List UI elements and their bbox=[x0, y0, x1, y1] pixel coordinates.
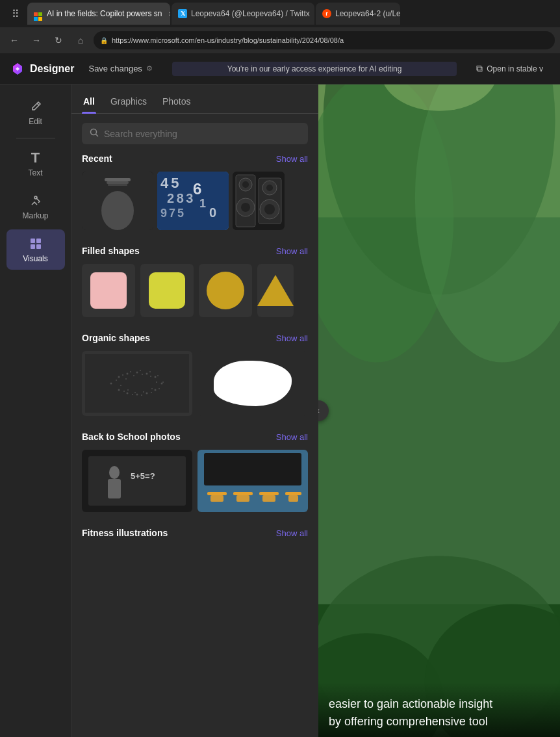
filled-shapes-show-all[interactable]: Show all bbox=[276, 246, 308, 256]
svg-point-59 bbox=[156, 381, 157, 383]
forward-button[interactable]: → bbox=[27, 31, 45, 49]
canvas-background[interactable]: easier to gain actionable insight by off… bbox=[318, 84, 560, 737]
tab-microsoft[interactable]: AI in the fields: Copilot powers sn ✕ bbox=[27, 3, 170, 25]
tab-twitter-close[interactable]: ✕ bbox=[314, 8, 314, 19]
organic-shapes-section: Organic shapes Show all bbox=[82, 333, 308, 416]
tab-photos[interactable]: Photos bbox=[161, 92, 192, 113]
hand-image bbox=[82, 172, 153, 230]
svg-point-48 bbox=[162, 381, 164, 383]
shape-yellow-rect[interactable] bbox=[140, 264, 194, 317]
browser-chrome: ⠿ AI in the fields: Copilot powers sn ✕ … bbox=[0, 0, 560, 53]
svg-point-23 bbox=[241, 203, 250, 212]
svg-rect-78 bbox=[288, 495, 298, 502]
shape-gold-circle[interactable] bbox=[199, 264, 252, 317]
recent-item-hand[interactable] bbox=[82, 172, 153, 230]
visuals-panel: All Graphics Photos bbox=[71, 84, 318, 737]
white-blob bbox=[214, 361, 292, 406]
school-photos-grid: 5+5=? bbox=[82, 450, 308, 512]
yellow-rectangle bbox=[149, 272, 185, 309]
svg-rect-72 bbox=[233, 492, 253, 495]
reddit-favicon: r bbox=[322, 9, 331, 18]
organic-shapes-title: Organic shapes bbox=[82, 333, 150, 343]
svg-point-57 bbox=[142, 374, 143, 375]
sidebar-item-markup[interactable]: Markup bbox=[6, 187, 65, 227]
svg-rect-70 bbox=[204, 453, 301, 485]
svg-point-53 bbox=[123, 391, 125, 392]
recent-item-speakers[interactable] bbox=[233, 172, 285, 230]
tab-all[interactable]: All bbox=[82, 92, 96, 113]
svg-point-34 bbox=[146, 373, 148, 375]
shape-pink-rect[interactable] bbox=[82, 264, 135, 317]
sidebar: Edit T Text Markup bbox=[0, 84, 71, 737]
shape-triangle[interactable] bbox=[257, 264, 294, 317]
organic-item-blob[interactable] bbox=[197, 351, 308, 416]
search-box[interactable] bbox=[82, 123, 308, 144]
shapes-grid bbox=[82, 264, 308, 317]
svg-point-36 bbox=[161, 383, 163, 385]
svg-point-49 bbox=[159, 388, 160, 389]
svg-rect-3 bbox=[31, 244, 35, 249]
blob-container bbox=[197, 351, 308, 416]
tab-reddit[interactable]: r Leopeva64-2 (u/Le bbox=[316, 3, 400, 25]
sidebar-item-edit[interactable]: Edit bbox=[6, 92, 65, 133]
school-photo-classroom[interactable] bbox=[197, 450, 308, 512]
recent-item-numbers[interactable]: 4 5 2 8 3 9 7 5 6 1 0 bbox=[157, 172, 229, 230]
sidebar-text-label: Text bbox=[28, 168, 42, 177]
early-access-text: You're in our early access experience fo… bbox=[227, 64, 402, 73]
dots-shape bbox=[82, 351, 192, 416]
fitness-section-header: Fitness illustrations Show all bbox=[82, 528, 308, 538]
svg-point-51 bbox=[141, 394, 142, 396]
school-photo-chalkboard[interactable]: 5+5=? bbox=[82, 450, 192, 512]
svg-point-66 bbox=[109, 466, 120, 479]
svg-point-40 bbox=[127, 393, 129, 394]
svg-rect-1 bbox=[31, 239, 35, 243]
svg-text:0: 0 bbox=[209, 205, 216, 220]
svg-point-32 bbox=[127, 373, 129, 375]
tab-twitter[interactable]: 𝕏 Leopeva64 (@Leopeva64) / Twittx ✕ bbox=[172, 3, 314, 25]
edit-icon bbox=[28, 99, 44, 114]
organic-shapes-show-all[interactable]: Show all bbox=[276, 333, 308, 343]
panel-content: Recent Show all bbox=[71, 153, 318, 737]
save-changes-button[interactable]: Save changes ⚙ bbox=[82, 61, 159, 76]
reload-button[interactable]: ↻ bbox=[49, 31, 68, 49]
open-stable-button[interactable]: ⧉ Open in stable v bbox=[470, 60, 550, 77]
svg-point-52 bbox=[132, 394, 133, 395]
sidebar-item-visuals[interactable]: Visuals bbox=[6, 229, 65, 270]
tab-microsoft-close[interactable]: ✕ bbox=[166, 8, 170, 19]
organic-item-dots[interactable] bbox=[82, 351, 192, 416]
svg-text:5+5=?: 5+5=? bbox=[131, 471, 155, 481]
tab-microsoft-label: AI in the fields: Copilot powers sn bbox=[47, 9, 162, 18]
address-field[interactable]: 🔒 https://www.microsoft.com/en-us/indust… bbox=[94, 31, 555, 49]
svg-point-7 bbox=[101, 191, 134, 230]
svg-rect-67 bbox=[108, 479, 121, 498]
sidebar-item-text[interactable]: T Text bbox=[6, 144, 65, 184]
svg-point-39 bbox=[136, 394, 138, 396]
svg-point-55 bbox=[125, 378, 127, 380]
early-access-badge: You're in our early access experience fo… bbox=[172, 62, 457, 76]
panel-tabs: All Graphics Photos bbox=[71, 84, 318, 114]
back-to-school-show-all[interactable]: Show all bbox=[276, 432, 308, 442]
canvas-text-line2: by offering comprehensive tool bbox=[329, 713, 550, 731]
back-button[interactable]: ← bbox=[5, 31, 23, 49]
save-changes-icon: ⚙ bbox=[146, 64, 153, 73]
sidebar-toggle-btn[interactable]: ⠿ bbox=[5, 3, 26, 24]
svg-point-54 bbox=[120, 385, 121, 386]
svg-text:2 8 3: 2 8 3 bbox=[167, 191, 193, 205]
address-bar-row: ← → ↻ ⌂ 🔒 https://www.microsoft.com/en-u… bbox=[0, 27, 560, 53]
recent-show-all[interactable]: Show all bbox=[276, 154, 308, 164]
home-button[interactable]: ⌂ bbox=[71, 31, 90, 49]
fitness-show-all[interactable]: Show all bbox=[276, 528, 308, 538]
main-content: Edit T Text Markup bbox=[0, 84, 560, 737]
search-input[interactable] bbox=[104, 129, 300, 139]
svg-point-42 bbox=[116, 380, 117, 381]
svg-point-46 bbox=[149, 371, 151, 372]
svg-rect-71 bbox=[207, 492, 227, 495]
svg-rect-8 bbox=[105, 178, 131, 181]
svg-point-28 bbox=[264, 204, 275, 214]
svg-point-21 bbox=[242, 181, 249, 188]
filled-shapes-title: Filled shapes bbox=[82, 246, 140, 256]
svg-rect-9 bbox=[107, 181, 129, 184]
svg-point-33 bbox=[136, 372, 138, 374]
tab-graphics[interactable]: Graphics bbox=[109, 92, 148, 113]
sidebar-edit-label: Edit bbox=[29, 117, 42, 126]
